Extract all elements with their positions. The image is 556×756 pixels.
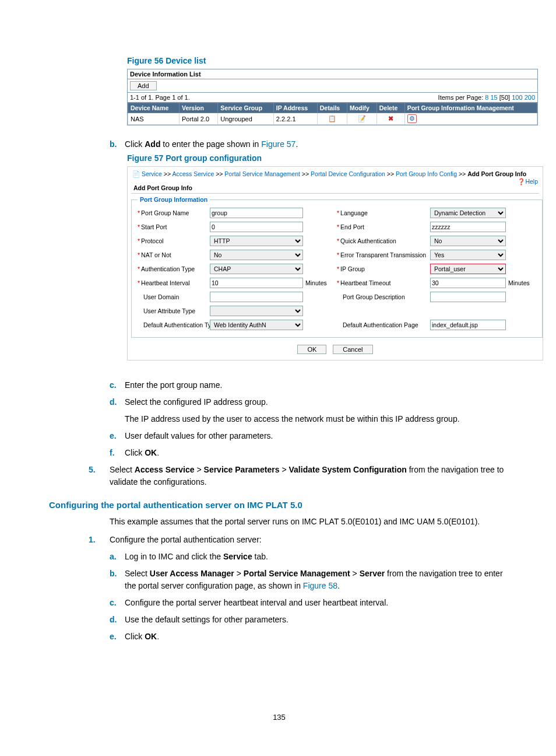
user-attr-type-label: User Attribute Type	[138, 307, 207, 314]
step-b-pre: Click	[125, 139, 145, 149]
figure-57: 📄 Service >> Access Service >> Portal Se…	[127, 166, 543, 360]
col-delete: Delete	[376, 103, 404, 113]
protocol-label: *Protocol	[138, 237, 207, 244]
step-5-num: 5.	[89, 464, 110, 488]
step-b-letter: b.	[110, 138, 125, 150]
port-group-name-label: *Port Group Name	[138, 209, 207, 216]
figure-56-title: Figure 56 Device list	[127, 56, 509, 65]
step-b-post: to enter the page shown in	[160, 139, 261, 149]
col-details: Details	[317, 103, 347, 113]
step-b-bold: Add	[145, 139, 160, 149]
end-port-label: *End Port	[337, 223, 428, 230]
cell-version: Portal 2.0	[179, 113, 217, 125]
language-select[interactable]: Dynamic Detection	[430, 208, 506, 218]
bc-port-group[interactable]: Port Group Info Config	[396, 170, 457, 177]
step-1a-letter: a.	[110, 551, 125, 563]
ipp-15[interactable]: 15	[490, 94, 497, 101]
ip-group-label: *IP Group	[337, 265, 428, 272]
heartbeat-timeout-label: *Heartbeat Timeout	[337, 279, 428, 286]
heartbeat-interval-label: *Heartbeat Interval	[138, 279, 207, 286]
port-group-name-input[interactable]	[210, 208, 303, 218]
cell-device-name: NAS	[128, 113, 180, 125]
ok-button[interactable]: OK	[297, 345, 326, 354]
protocol-select[interactable]: HTTP	[210, 236, 303, 246]
step-1-num: 1.	[89, 534, 110, 546]
col-modify: Modify	[347, 103, 377, 113]
heartbeat-timeout-unit: Minutes	[508, 279, 536, 286]
auth-type-select[interactable]: CHAP	[210, 264, 303, 274]
step-d-letter: d.	[110, 396, 125, 408]
port-group-icon[interactable]: ⚙	[407, 114, 417, 123]
details-icon[interactable]: 📋	[328, 115, 336, 122]
intro-paragraph: This example assumes that the portal ser…	[110, 516, 509, 528]
section-heading: Configuring the portal authentication se…	[49, 500, 509, 510]
cancel-button[interactable]: Cancel	[333, 345, 372, 354]
col-ip-address: IP Address	[273, 103, 317, 113]
error-trans-label: *Error Transparent Transmission	[337, 251, 428, 258]
help-link[interactable]: ❓Help	[518, 178, 538, 186]
step-b-text: Click Add to enter the page shown in Fig…	[125, 138, 509, 150]
user-attr-type-select[interactable]	[210, 306, 303, 316]
step-c-text: Enter the port group name.	[125, 379, 509, 391]
default-auth-page-input[interactable]	[430, 320, 506, 330]
heartbeat-timeout-input[interactable]	[430, 278, 506, 288]
ipp-200[interactable]: 200	[525, 94, 535, 101]
nat-select[interactable]: No	[210, 250, 303, 260]
col-service-group: Service Group	[218, 103, 274, 113]
fieldset-legend: Port Group Information	[138, 196, 210, 203]
cell-ip-address: 2.2.2.1	[273, 113, 317, 125]
ipp-label: Items per Page:	[438, 94, 484, 101]
step-1e-letter: e.	[110, 631, 125, 643]
cell-service-group: Ungrouped	[218, 113, 274, 125]
start-port-input[interactable]	[210, 222, 303, 232]
step-d-text: Select the configured IP address group.	[125, 396, 509, 408]
step-1a-text: Log in to IMC and click the Service tab.	[125, 551, 509, 563]
ipp-100[interactable]: 100	[512, 94, 522, 101]
start-port-label: *Start Port	[138, 223, 207, 230]
heartbeat-interval-input[interactable]	[210, 278, 303, 288]
delete-icon[interactable]: ✖	[388, 115, 393, 122]
step-5-text: Select Access Service > Service Paramete…	[110, 464, 509, 488]
section-title: Add Port Group Info	[131, 183, 539, 194]
quick-auth-select[interactable]: No	[430, 236, 506, 246]
bc-service[interactable]: Service	[142, 170, 162, 177]
bc-portal-mgmt[interactable]: Portal Service Management	[224, 170, 300, 177]
ip-group-select[interactable]: Portal_user	[430, 264, 506, 274]
step-1b-text: Select User Access Manager > Portal Serv…	[125, 568, 509, 592]
user-domain-input[interactable]	[210, 292, 303, 302]
device-info-title: Device Information List	[128, 69, 537, 79]
step-e-text: User default values for other parameters…	[125, 430, 509, 442]
step-e-letter: e.	[110, 430, 125, 442]
figure-57-link[interactable]: Figure 57	[261, 139, 295, 149]
step-1d-text: Use the default settings for other param…	[125, 614, 509, 626]
bc-device-config[interactable]: Portal Device Configuration	[311, 170, 385, 177]
port-group-desc-input[interactable]	[430, 292, 506, 302]
col-port-group: Port Group Information Management	[404, 103, 537, 113]
figure-57-title: Figure 57 Port group configuration	[127, 153, 509, 163]
page-number: 135	[49, 713, 509, 722]
figure-58-link[interactable]: Figure 58	[303, 581, 337, 590]
step-d-cont: The IP address used by the user to acces…	[125, 413, 509, 425]
help-label: Help	[525, 178, 538, 185]
ipp-8[interactable]: 8	[485, 94, 488, 101]
device-table: Device Name Version Service Group IP Add…	[128, 103, 537, 125]
error-trans-select[interactable]: Yes	[430, 250, 506, 260]
figure-56: Device Information List Add 1-1 of 1. Pa…	[127, 69, 538, 125]
table-row: NAS Portal 2.0 Ungrouped 2.2.2.1 📋 📝 ✖ ⚙	[128, 113, 537, 125]
end-port-input[interactable]	[430, 222, 506, 232]
port-group-desc-label: Port Group Description	[337, 293, 428, 300]
step-b-end: .	[295, 139, 298, 149]
modify-icon[interactable]: 📝	[358, 115, 366, 122]
nat-label: *NAT or Not	[138, 251, 207, 258]
step-1-text: Configure the portal authentication serv…	[110, 534, 509, 546]
step-1b-letter: b.	[110, 568, 125, 592]
bc-access[interactable]: Access Service	[172, 170, 214, 177]
ipp-50: [50]	[499, 94, 510, 101]
quick-auth-label: *Quick Authentication	[337, 237, 428, 244]
default-auth-type-select[interactable]: Web Identity AuthN	[210, 320, 303, 330]
col-device-name: Device Name	[128, 103, 180, 113]
breadcrumb: 📄 Service >> Access Service >> Portal Se…	[131, 169, 539, 179]
language-label: *Language	[337, 209, 428, 216]
heartbeat-interval-unit: Minutes	[305, 279, 335, 286]
add-button[interactable]: Add	[130, 81, 157, 90]
